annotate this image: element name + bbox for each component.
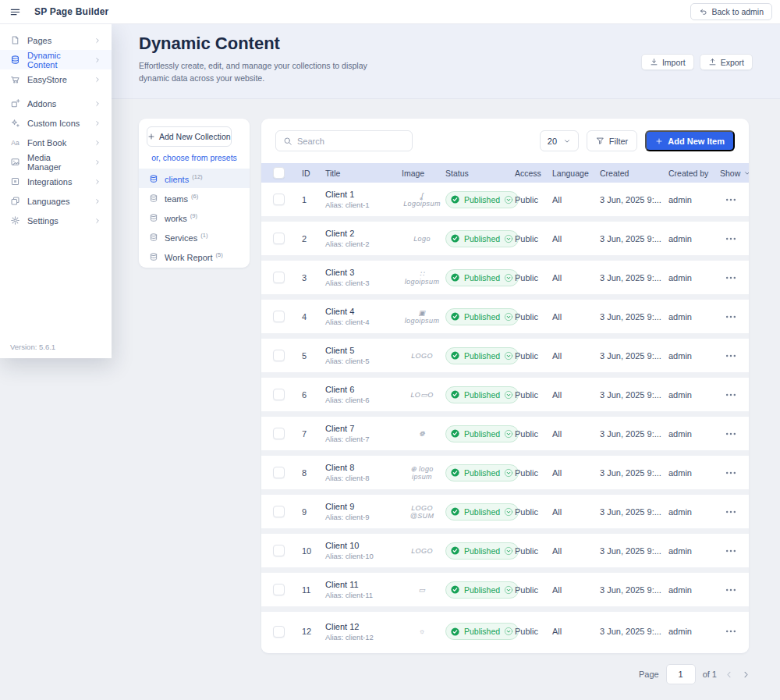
row-checkbox[interactable] xyxy=(273,233,285,244)
row-actions-menu[interactable] xyxy=(725,233,737,245)
search-input[interactable] xyxy=(297,137,405,146)
database-icon xyxy=(149,252,158,261)
row-checkbox[interactable] xyxy=(273,350,285,361)
row-actions-menu[interactable] xyxy=(725,350,737,362)
column-header-status: Status xyxy=(442,169,509,178)
next-page-button[interactable] xyxy=(741,670,751,680)
search-icon xyxy=(283,137,292,146)
status-badge[interactable]: Published xyxy=(445,191,519,208)
row-actions-menu[interactable] xyxy=(725,584,737,596)
row-checkbox[interactable] xyxy=(273,428,285,439)
row-title-link[interactable]: Client 11 xyxy=(325,580,402,589)
status-badge[interactable]: Published xyxy=(445,230,519,247)
row-access: Public xyxy=(509,234,547,243)
status-badge[interactable]: Published xyxy=(445,308,519,325)
check-circle-icon xyxy=(450,545,460,556)
column-header-image: Image xyxy=(402,169,442,178)
row-actions-menu[interactable] xyxy=(725,194,737,206)
status-badge[interactable]: Published xyxy=(445,464,519,481)
sidebar-item-addons[interactable]: Addons xyxy=(0,94,112,113)
page-label: Page xyxy=(639,670,659,679)
sidebar-item-media-manager[interactable]: Media Manager xyxy=(0,152,112,172)
row-checkbox[interactable] xyxy=(273,545,285,556)
row-actions-menu[interactable] xyxy=(725,428,737,440)
choose-from-presets-link[interactable]: or, choose from presets xyxy=(139,153,250,162)
sidebar-item-easystore[interactable]: EasyStore xyxy=(0,69,112,89)
row-actions-menu[interactable] xyxy=(725,625,737,638)
row-checkbox[interactable] xyxy=(273,584,285,595)
chevron-right-icon xyxy=(94,37,101,44)
collection-item-clients[interactable]: clients (12) xyxy=(139,169,250,188)
row-title-link[interactable]: Client 5 xyxy=(325,346,402,355)
row-actions-menu[interactable] xyxy=(725,506,737,518)
plus-icon xyxy=(655,137,663,145)
sidebar-item-dynamic-content[interactable]: Dynamic Content xyxy=(0,50,112,69)
row-checkbox[interactable] xyxy=(273,272,285,283)
status-badge[interactable]: Published xyxy=(445,386,519,403)
filter-button[interactable]: Filter xyxy=(587,130,637,151)
status-badge[interactable]: Published xyxy=(445,425,519,442)
row-title-link[interactable]: Client 2 xyxy=(325,229,402,238)
sidebar-item-integrations[interactable]: Integrations xyxy=(0,172,112,191)
row-title-link[interactable]: Client 10 xyxy=(325,541,402,550)
page-size-select[interactable]: 20 xyxy=(540,130,579,151)
collection-item-works[interactable]: works (9) xyxy=(139,208,250,227)
back-to-admin-button[interactable]: Back to admin xyxy=(690,3,772,20)
row-title-link[interactable]: Client 1 xyxy=(325,190,402,199)
row-checkbox[interactable] xyxy=(273,626,285,638)
sidebar-item-custom-icons[interactable]: Custom Icons xyxy=(0,113,112,133)
row-created-by: admin xyxy=(662,312,712,322)
status-badge[interactable]: Published xyxy=(445,347,519,364)
status-badge[interactable]: Published xyxy=(445,503,519,521)
export-button[interactable]: Export xyxy=(700,54,753,70)
status-badge[interactable]: Published xyxy=(445,623,519,640)
row-actions-menu[interactable] xyxy=(725,389,737,401)
add-new-item-button[interactable]: Add New Item xyxy=(645,130,735,151)
row-created: 3 Jun, 2025 9:... xyxy=(594,468,662,478)
row-title-link[interactable]: Client 6 xyxy=(325,385,402,394)
row-created: 3 Jun, 2025 9:... xyxy=(594,273,662,282)
hamburger-icon[interactable] xyxy=(8,5,23,20)
row-logo-image: ⊕ logo ipsum xyxy=(402,465,442,481)
row-title-link[interactable]: Client 9 xyxy=(325,502,402,511)
row-title-link[interactable]: Client 3 xyxy=(325,268,402,277)
row-title-link[interactable]: Client 12 xyxy=(325,622,402,631)
row-title-link[interactable]: Client 7 xyxy=(325,424,402,433)
row-checkbox[interactable] xyxy=(273,389,285,400)
sidebar-item-pages[interactable]: Pages xyxy=(0,30,112,50)
column-header-show[interactable]: Show xyxy=(712,169,749,178)
row-checkbox[interactable] xyxy=(273,506,285,517)
table-row: 7 Client 7 Alias: client-7 ☸ Published P… xyxy=(261,417,749,456)
collection-item-services[interactable]: Services (1) xyxy=(139,227,250,247)
row-actions-menu[interactable] xyxy=(725,311,737,323)
row-title-link[interactable]: Client 8 xyxy=(325,463,402,472)
import-button[interactable]: Import xyxy=(641,54,694,70)
add-new-collection-button[interactable]: Add New Collection xyxy=(147,126,232,147)
row-checkbox[interactable] xyxy=(273,467,285,478)
export-icon xyxy=(708,58,717,66)
row-actions-menu[interactable] xyxy=(725,545,737,557)
page-number-input[interactable] xyxy=(666,664,696,684)
row-access: Public xyxy=(509,429,547,439)
row-id: 4 xyxy=(296,312,321,322)
row-actions-menu[interactable] xyxy=(725,467,737,479)
sidebar-item-settings[interactable]: Settings xyxy=(0,211,112,230)
row-checkbox[interactable] xyxy=(273,194,285,205)
row-checkbox[interactable] xyxy=(273,311,285,322)
collection-item-work-report[interactable]: Work Report (5) xyxy=(139,247,250,266)
status-badge[interactable]: Published xyxy=(445,581,519,599)
status-badge[interactable]: Published xyxy=(445,542,519,560)
check-circle-icon xyxy=(450,627,460,637)
collection-item-teams[interactable]: teams (6) xyxy=(139,188,250,208)
chevron-right-icon xyxy=(94,197,101,205)
row-title-link[interactable]: Client 4 xyxy=(325,307,402,316)
select-all-checkbox[interactable] xyxy=(273,167,285,179)
row-actions-menu[interactable] xyxy=(725,272,737,284)
status-badge[interactable]: Published xyxy=(445,269,519,286)
previous-page-button[interactable] xyxy=(724,670,734,680)
table-row: 12 Client 12 Alias: client-12 ☼ Publishe… xyxy=(261,612,749,651)
items-table-panel: 20 Filter Add New Item ID Title Image St… xyxy=(261,119,749,653)
row-created-by: admin xyxy=(662,468,712,478)
sidebar-item-languages[interactable]: Languages xyxy=(0,191,112,211)
sidebar-item-font-book[interactable]: Aa Font Book xyxy=(0,133,112,152)
